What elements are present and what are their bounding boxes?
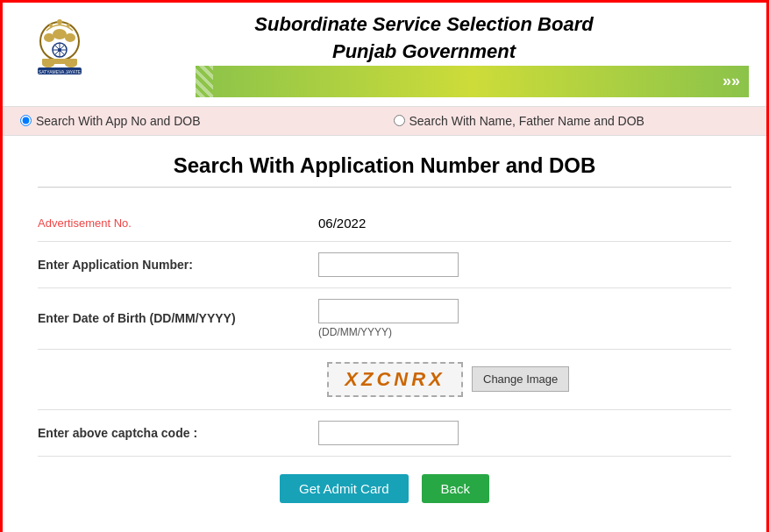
svg-text:SATYAMEVA JAYATE: SATYAMEVA JAYATE [39, 69, 82, 74]
svg-point-3 [65, 33, 75, 42]
adv-no-value: 06/2022 [318, 216, 731, 231]
form-title: Search With Application Number and DOB [38, 153, 731, 188]
dob-input[interactable] [318, 299, 459, 323]
svg-point-11 [42, 60, 54, 67]
tab-app-no-dob-label: Search With App No and DOB [36, 114, 201, 128]
svg-point-15 [57, 19, 62, 25]
radio-name-father-dob[interactable] [394, 115, 405, 126]
dob-label: Enter Date of Birth (DD/MM/YYYY) [38, 311, 318, 325]
button-row: Get Admit Card Back [38, 457, 731, 521]
app-number-input[interactable] [318, 252, 459, 277]
tab-name-father-dob[interactable]: Search With Name, Father Name and DOB [394, 114, 750, 128]
svg-point-12 [65, 60, 77, 67]
captcha-input-row: Enter above captcha code : [38, 410, 731, 457]
captcha-text: XZCNRX [345, 368, 445, 391]
dob-field-container: (DD/MM/YYYY) [318, 299, 731, 338]
header-title: Subordinate Service Selection Board Punj… [99, 11, 749, 97]
header-title-line1: Subordinate Service Selection Board [254, 13, 593, 35]
header: SATYAMEVA JAYATE Subordinate Service Sel… [3, 3, 766, 106]
svg-point-2 [44, 33, 54, 42]
app-number-label: Enter Application Number: [38, 258, 318, 272]
get-admit-card-button[interactable]: Get Admit Card [280, 474, 409, 503]
header-title-line2: Punjab Government [332, 40, 516, 62]
tab-name-father-dob-label: Search With Name, Father Name and DOB [409, 114, 644, 128]
dob-row: Enter Date of Birth (DD/MM/YYYY) (DD/MM/… [38, 288, 731, 350]
radio-app-no-dob[interactable] [20, 115, 32, 126]
adv-no-label: Advertisement No. [38, 216, 318, 230]
main-content: Search With Application Number and DOB A… [3, 136, 766, 532]
captcha-input-label: Enter above captcha code : [38, 426, 318, 440]
app-number-field-container [318, 252, 731, 277]
adv-no-row: Advertisement No. 06/2022 [38, 205, 731, 242]
captcha-input-container [318, 421, 731, 445]
tab-app-no-dob[interactable]: Search With App No and DOB [20, 114, 376, 128]
back-button[interactable]: Back [422, 474, 489, 503]
app-number-row: Enter Application Number: [38, 242, 731, 288]
logo: SATYAMEVA JAYATE [20, 15, 99, 94]
svg-point-17 [67, 24, 70, 27]
captcha-image: XZCNRX [327, 362, 463, 397]
svg-point-16 [49, 24, 53, 27]
change-image-button[interactable]: Change Image [472, 366, 569, 392]
captcha-image-row: XZCNRX Change Image [38, 350, 731, 410]
svg-point-1 [53, 29, 67, 39]
nav-tabs: Search With App No and DOB Search With N… [3, 106, 766, 136]
dob-hint: (DD/MM/YYYY) [318, 326, 731, 338]
green-banner [196, 66, 749, 97]
captcha-input[interactable] [318, 421, 459, 445]
